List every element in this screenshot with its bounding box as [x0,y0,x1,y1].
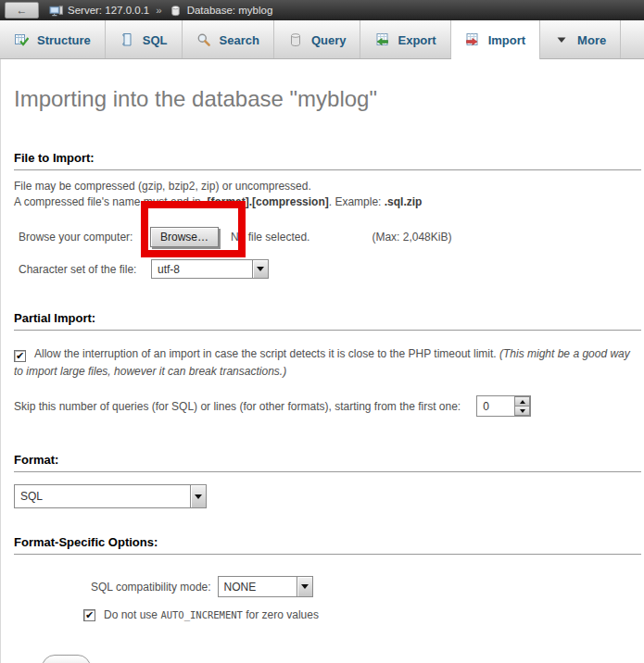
allow-interruption-text: Allow the interruption of an import in c… [34,347,499,360]
skip-queries-label: Skip this number of queries (for SQL) or… [14,400,461,413]
check-icon: ✔ [85,610,94,620]
tab-structure[interactable]: Structure [0,20,106,59]
skip-queries-value: 0 [477,396,514,416]
tab-label: More [577,33,606,47]
section-format-specific-options: Format-Specific Options: SQL compatibili… [14,535,644,621]
skip-queries-input[interactable]: 0 [476,395,531,417]
line2-example: .sql.zip [385,195,423,208]
format-select-value: SQL [15,485,190,507]
breadcrumb-server-link[interactable]: Server: 127.0.0.1 [68,5,149,16]
spinner-up-button[interactable] [514,396,530,407]
tab-more[interactable]: More [540,20,621,59]
breadcrumb-bar: ← Server: 127.0.0.1 » Database: myblog [0,0,644,20]
section-file-to-import: File to Import: File may be compressed (… [14,151,644,279]
dropdown-arrow-icon [297,577,312,596]
export-icon [374,32,389,47]
tab-search[interactable]: Search [183,20,274,59]
tab-sql[interactable]: SQL [106,20,183,59]
spinner-buttons [514,396,530,416]
sql-icon [120,32,134,47]
charset-row: Character set of the file: utf-8 [14,259,644,279]
database-icon [169,4,183,18]
server-icon [49,4,63,18]
line2-format-pattern: .[format].[compression] [204,195,329,208]
breadcrumb-separator: » [154,5,163,16]
tab-label: Import [488,33,525,47]
go-button[interactable]: Go [42,655,91,663]
format-specific-options-heading: Format-Specific Options: [14,535,641,555]
max-upload-size: (Max: 2,048KiB) [372,231,451,244]
file-to-import-heading: File to Import: [14,151,641,170]
charset-select-value: utf-8 [152,260,252,278]
zero-prefix: Do not use [104,608,160,621]
dropdown-arrow-icon [190,485,206,507]
line2-prefix: A compressed file's name must end in [14,195,204,208]
browse-button[interactable]: Browse… [150,227,219,247]
compression-info-line1: File may be compressed (gzip, bzip2, zip… [14,179,644,194]
partial-import-heading: Partial Import: [14,311,641,331]
charset-select[interactable]: utf-8 [151,259,269,279]
tab-label: Query [311,33,347,47]
browse-row: Browse your computer: Browse… No file se… [14,227,644,247]
auto-increment-code: AUTO_INCREMENT [160,609,243,620]
check-icon: ✔ [16,351,24,361]
auto-increment-label: Do not use AUTO_INCREMENT for zero value… [104,608,319,621]
zero-suffix: for zero values [243,608,319,621]
browse-label: Browse your computer: [19,231,150,244]
format-select[interactable]: SQL [14,484,207,508]
tab-export[interactable]: Export [360,20,450,59]
format-heading: Format: [14,453,641,472]
auto-increment-row: ✔ Do not use AUTO_INCREMENT for zero val… [14,608,644,621]
sql-compatibility-row: SQL compatibility mode: NONE [14,576,644,597]
dropdown-arrow-icon [252,260,268,278]
back-arrow-icon: ← [17,4,28,17]
section-partial-import: Partial Import: ✔Allow the interruption … [14,311,644,417]
page-title: Importing into the database "myblog" [14,59,644,112]
sql-compatibility-value: NONE [219,577,297,596]
tab-label: SQL [143,33,168,47]
sql-compatibility-select[interactable]: NONE [218,576,313,597]
search-icon [196,32,211,47]
query-icon [288,32,303,47]
tab-bar: Structure SQL Search Query [0,20,644,59]
tab-label: Export [398,33,436,47]
skip-queries-row: Skip this number of queries (for SQL) or… [14,395,644,417]
line2-mid: . Example: [329,195,385,208]
import-icon [465,32,480,47]
sql-compatibility-label: SQL compatibility mode: [91,581,211,594]
back-button[interactable]: ← [5,2,39,19]
allow-interruption-checkbox[interactable]: ✔ [14,350,26,362]
no-file-selected-text: No file selected. [231,231,309,244]
auto-increment-checkbox[interactable]: ✔ [83,609,95,621]
allow-interruption-row: ✔Allow the interruption of an import in … [14,345,644,381]
compression-info-line2: A compressed file's name must end in .[f… [14,194,644,210]
structure-icon [14,32,29,47]
tab-label: Search [220,33,259,47]
tab-import[interactable]: Import [451,20,540,59]
breadcrumb-database-link[interactable]: Database: myblog [187,5,273,16]
charset-label: Character set of the file: [19,263,151,276]
import-page: Importing into the database "myblog" Fil… [0,59,644,663]
section-format: Format: SQL [14,453,644,508]
tab-label: Structure [37,33,91,47]
spinner-down-button[interactable] [514,407,530,416]
chevron-down-icon [554,32,569,47]
tab-query[interactable]: Query [274,20,361,59]
